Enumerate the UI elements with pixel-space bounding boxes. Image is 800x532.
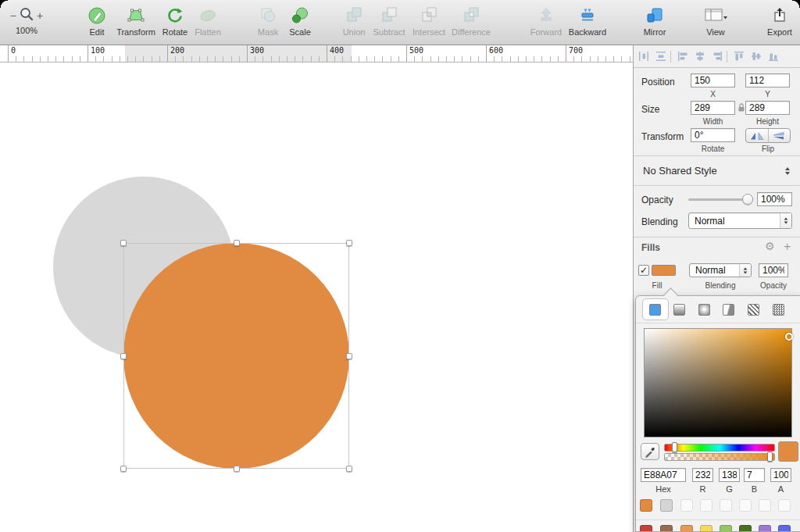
preset-swatch[interactable]	[640, 525, 652, 532]
zoom-in-button[interactable]: +	[37, 9, 43, 22]
blending-dropdown[interactable]: Normal	[688, 212, 792, 229]
hex-field[interactable]	[641, 468, 686, 482]
selection-handle-n[interactable]	[234, 240, 240, 246]
subtract-button[interactable]: Subtract	[370, 5, 408, 37]
align-right-icon[interactable]	[711, 50, 723, 62]
flatten-button[interactable]: Flatten	[191, 5, 225, 37]
selection-handle-s[interactable]	[234, 466, 240, 472]
backward-button[interactable]: Backward	[566, 5, 609, 37]
rotate-field[interactable]	[691, 128, 735, 142]
saturation-brightness-field[interactable]	[644, 328, 792, 437]
align-top-icon[interactable]	[733, 50, 745, 62]
alpha-slider-handle[interactable]	[767, 452, 773, 462]
noise-fill-tab[interactable]	[773, 304, 784, 316]
alpha-slider[interactable]	[664, 453, 775, 461]
shared-style-dropdown[interactable]: No Shared Style	[634, 156, 800, 185]
edit-button[interactable]: Edit	[81, 5, 112, 37]
blending-stepper[interactable]	[780, 213, 791, 228]
intersect-button[interactable]: Intersect	[409, 5, 448, 37]
opacity-slider-handle[interactable]	[742, 194, 753, 205]
align-center-horizontal-icon[interactable]	[694, 50, 706, 62]
empty-swatch-slot[interactable]	[700, 499, 712, 512]
empty-swatch-slot[interactable]	[720, 499, 732, 512]
add-fill-icon[interactable]: +	[784, 240, 791, 254]
eyedropper-icon	[644, 445, 656, 458]
flip-control	[745, 128, 791, 143]
flat-color-tab[interactable]	[649, 304, 661, 316]
distribute-horizontally-icon[interactable]	[638, 50, 650, 62]
opacity-field[interactable]	[757, 192, 792, 206]
preset-swatch[interactable]	[739, 525, 752, 532]
size-height-field[interactable]	[745, 101, 790, 115]
selection-handle-sw[interactable]	[120, 466, 127, 472]
distribute-vertically-icon[interactable]	[655, 50, 667, 62]
gear-icon[interactable]: ⚙	[765, 240, 775, 252]
shared-style-stepper[interactable]	[785, 167, 790, 175]
selection-handle-nw[interactable]	[120, 240, 127, 246]
fill-blending-dropdown[interactable]: Normal	[689, 263, 752, 277]
selection-handle-w[interactable]	[120, 353, 127, 359]
angular-gradient-tab[interactable]	[723, 304, 734, 316]
alpha-field[interactable]	[770, 468, 791, 482]
position-y-field[interactable]	[745, 73, 790, 87]
forward-button[interactable]: Forward	[528, 5, 564, 37]
size-width-field[interactable]	[691, 101, 735, 115]
pattern-fill-tab[interactable]	[748, 304, 759, 316]
hex-label: Hex	[641, 484, 686, 494]
green-field[interactable]	[719, 468, 740, 482]
preset-swatch[interactable]	[759, 525, 771, 532]
lock-icon[interactable]	[738, 102, 745, 115]
fill-opacity-field[interactable]	[759, 263, 788, 277]
zoom-out-button[interactable]: −	[10, 9, 16, 22]
position-x-field[interactable]	[691, 73, 735, 87]
empty-swatch-slot[interactable]	[739, 499, 752, 512]
horizontal-ruler: 0 100 200 300 400 500 600 700	[0, 45, 633, 62]
selection-handle-se[interactable]	[346, 466, 352, 472]
align-middle-vertical-icon[interactable]	[750, 50, 762, 62]
preset-swatch[interactable]	[720, 525, 732, 532]
hue-slider[interactable]	[664, 444, 775, 452]
preset-swatch[interactable]	[660, 525, 673, 532]
empty-swatch-slot[interactable]	[759, 499, 771, 512]
hue-slider-handle[interactable]	[672, 442, 677, 452]
blue-field[interactable]	[744, 468, 765, 482]
flip-vertical-button[interactable]	[768, 129, 791, 142]
preset-swatch[interactable]	[700, 525, 712, 532]
preset-swatch[interactable]	[680, 525, 693, 532]
document-swatch[interactable]	[640, 499, 652, 512]
document-swatch[interactable]	[660, 499, 673, 512]
flip-horizontal-button[interactable]	[746, 129, 768, 142]
selection-handle-ne[interactable]	[346, 240, 352, 246]
fill-enabled-checkbox[interactable]: ✓	[638, 265, 649, 276]
mask-button[interactable]: Mask	[253, 5, 283, 37]
ruler-label: 300	[247, 45, 264, 62]
radial-gradient-tab[interactable]	[698, 304, 710, 316]
canvas[interactable]	[0, 62, 633, 532]
fill-color-swatch[interactable]	[652, 265, 676, 276]
fill-blending-stepper[interactable]	[739, 264, 751, 277]
align-bottom-icon[interactable]	[767, 50, 780, 62]
inspector-panel: Position X Y Size Width Height Transform…	[633, 45, 800, 532]
rotate-button[interactable]: Rotate	[159, 5, 191, 37]
align-left-icon[interactable]	[677, 50, 689, 62]
selection-handle-e[interactable]	[346, 353, 352, 359]
empty-swatch-slot[interactable]	[778, 499, 791, 512]
color-picker-indicator[interactable]	[785, 333, 793, 341]
union-button[interactable]: Union	[338, 5, 370, 37]
ruler-label: 400	[327, 45, 344, 62]
preset-swatch[interactable]	[778, 525, 791, 532]
empty-swatch-slot[interactable]	[680, 499, 693, 512]
difference-button[interactable]: Difference	[448, 5, 494, 37]
red-field[interactable]	[692, 468, 713, 482]
mask-icon	[253, 5, 283, 27]
view-button[interactable]: View	[700, 5, 731, 37]
linear-gradient-tab[interactable]	[673, 304, 685, 316]
eyedropper-button[interactable]	[641, 443, 659, 460]
mirror-button[interactable]: Mirror	[638, 5, 672, 37]
alignment-separator	[670, 51, 671, 62]
scale-button[interactable]: Scale	[284, 5, 316, 37]
window-corner	[792, 0, 800, 8]
blending-value: Normal	[689, 216, 725, 227]
export-button[interactable]: Export	[762, 5, 797, 37]
transform-button[interactable]: Transform	[114, 5, 158, 37]
